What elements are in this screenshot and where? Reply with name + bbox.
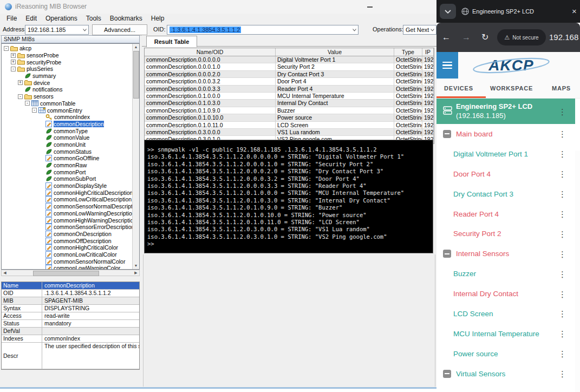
tree-node[interactable]: notifications bbox=[2, 86, 133, 93]
menu-item[interactable]: Help bbox=[147, 14, 169, 24]
tree-node[interactable]: commonUnit bbox=[2, 141, 133, 148]
tree-node[interactable]: - commonEntry bbox=[2, 107, 133, 114]
tree-node[interactable]: - sensors bbox=[2, 93, 133, 100]
sensor-row[interactable]: Buzzer ⋮ bbox=[436, 264, 575, 284]
sensor-menu-kebab-icon[interactable]: ⋮ bbox=[558, 290, 566, 298]
device-menu-kebab-icon[interactable]: ⋮ bbox=[558, 107, 566, 115]
security-chip[interactable]: ⚠ Not secure bbox=[497, 29, 546, 45]
operations-combo[interactable]: Get Next bbox=[403, 25, 436, 35]
tab-close-icon[interactable]: × bbox=[572, 0, 577, 23]
tree-expand-toggle[interactable]: - bbox=[11, 67, 16, 71]
snmpwalk-terminal[interactable]: >> snmpwalk -v1 -c public 192.168.1.185 … bbox=[144, 140, 433, 253]
result-row[interactable]: commonDescription.0.1.0.9.0 Buzzer Octet… bbox=[145, 107, 434, 114]
sensor-row[interactable]: Internal Dry Contact ⋮ bbox=[436, 284, 575, 304]
tree-node[interactable]: + sensorProbe bbox=[2, 52, 133, 59]
sensor-menu-kebab-icon[interactable]: ⋮ bbox=[558, 330, 566, 338]
sensor-row[interactable]: Dry Contact Port 3 ⋮ bbox=[436, 184, 575, 204]
scroll-up-arrow[interactable]: ▲ bbox=[133, 44, 139, 50]
sensor-menu-kebab-icon[interactable]: ⋮ bbox=[558, 370, 566, 378]
sensor-menu-kebab-icon[interactable]: ⋮ bbox=[558, 250, 566, 258]
address-combo[interactable]: 192.168.1.185 bbox=[25, 25, 89, 35]
tree-node[interactable]: commonLowWarningDescription bbox=[2, 210, 133, 217]
menu-item[interactable]: Tools bbox=[82, 14, 106, 24]
tree-node[interactable]: - commonTable bbox=[2, 100, 133, 107]
tree-expand-toggle[interactable]: + bbox=[18, 80, 23, 85]
sensor-menu-kebab-icon[interactable]: ⋮ bbox=[558, 350, 566, 358]
collapse-minus-icon[interactable] bbox=[443, 250, 451, 258]
tree-node[interactable]: + device bbox=[2, 79, 133, 86]
tree-node[interactable]: + securityProbe bbox=[2, 58, 133, 66]
tree-node[interactable]: commonLowWarningColor bbox=[2, 265, 133, 269]
tree-node[interactable]: commonHighCriticalColor bbox=[2, 244, 133, 251]
sensor-row[interactable]: LCD Screen ⋮ bbox=[436, 304, 575, 324]
tree-node[interactable]: commonPort bbox=[2, 168, 133, 175]
result-row[interactable]: commonDescription.0.1.0.10.0 Power sourc… bbox=[145, 114, 434, 121]
tree-node[interactable]: - plusSeries bbox=[2, 66, 133, 73]
tree-node[interactable]: commonGoOffline bbox=[2, 155, 133, 162]
page-scrollbar-track[interactable] bbox=[575, 151, 580, 392]
sensor-menu-kebab-icon[interactable]: ⋮ bbox=[558, 170, 566, 178]
hamburger-menu-button[interactable] bbox=[436, 52, 458, 79]
tree-node[interactable]: commonSensorNormalColor bbox=[2, 258, 133, 265]
selected-device-banner[interactable]: Engineering SP2+ LCD (192.168.1.185) ⋮ bbox=[436, 99, 575, 124]
result-row[interactable]: commonDescription.0.1.0.3.0 Internal Dry… bbox=[145, 100, 434, 107]
tree-node[interactable]: commonRaw bbox=[2, 162, 133, 169]
menu-item[interactable]: Bookmarks bbox=[106, 14, 147, 24]
result-row[interactable]: commonDescription.0.0.0.3.3 Reader Port … bbox=[145, 86, 434, 93]
tree-node[interactable]: - akcp bbox=[2, 45, 133, 52]
result-table-tab[interactable]: Result Table bbox=[146, 36, 197, 47]
tree-node[interactable]: commonSensorErrorDescription bbox=[2, 224, 133, 231]
sensor-menu-kebab-icon[interactable]: ⋮ bbox=[558, 150, 566, 158]
tree-node[interactable]: commonStatus bbox=[2, 148, 133, 155]
address-bar-url[interactable]: 192.168 bbox=[549, 23, 578, 52]
forward-button[interactable]: → bbox=[462, 23, 471, 52]
reload-button[interactable]: ↻ bbox=[481, 23, 488, 52]
result-row[interactable]: commonDescription.0.0.0.2.0 Dry Contact … bbox=[145, 71, 434, 78]
tree-expand-toggle[interactable]: - bbox=[32, 108, 37, 113]
result-row[interactable]: commonDescription.0.1.0.0.0 MCU Internal… bbox=[145, 93, 434, 100]
column-header-ip[interactable]: IP bbox=[422, 48, 434, 56]
result-row[interactable]: commonDescription.0.0.0.1.0 Security Por… bbox=[145, 63, 434, 70]
tree-node[interactable]: commonHighCriticalDescription bbox=[2, 189, 133, 196]
tree-expand-toggle[interactable]: - bbox=[4, 46, 9, 51]
tab-switcher-button[interactable] bbox=[440, 4, 456, 19]
tree-node[interactable]: commonHighWarningDescription bbox=[2, 217, 133, 224]
tree-vertical-scrollbar[interactable]: ▲ ▼ bbox=[132, 44, 139, 269]
collapse-minus-icon[interactable] bbox=[443, 130, 451, 138]
sensor-row[interactable]: Reader Port 4 ⋮ bbox=[436, 204, 575, 224]
tree-node[interactable]: commonOffDescription bbox=[2, 237, 133, 244]
menu-item[interactable]: File bbox=[2, 14, 21, 24]
tab-devices[interactable]: DEVICES bbox=[444, 79, 473, 98]
tree-node[interactable]: commonValue bbox=[2, 134, 133, 141]
tree-node[interactable]: commonLowCriticalDescription bbox=[2, 196, 133, 203]
advanced-button[interactable]: Advanced... bbox=[92, 24, 147, 35]
column-header-name-oid[interactable]: Name/OID bbox=[145, 48, 276, 56]
tab-maps[interactable]: MAPS bbox=[552, 79, 571, 98]
tree-node[interactable]: summary bbox=[2, 73, 133, 80]
tab-workspace[interactable]: WORKSPACE bbox=[490, 79, 533, 98]
sensor-menu-kebab-icon[interactable]: ⋮ bbox=[558, 310, 566, 318]
sensor-row[interactable]: Virtual Sensors ⋮ bbox=[436, 364, 575, 384]
tree-expand-toggle[interactable]: + bbox=[11, 60, 16, 64]
minimize-button[interactable] bbox=[367, 6, 373, 8]
sensor-row[interactable]: MCU Internal Temperature ⋮ bbox=[436, 324, 575, 344]
column-header-type[interactable]: Type bbox=[394, 48, 422, 56]
tree-node[interactable]: commonIndex bbox=[2, 114, 133, 121]
scroll-right-arrow[interactable]: ▶ bbox=[133, 270, 139, 276]
tree-node[interactable]: commonOnDescription bbox=[2, 231, 133, 238]
oid-combo[interactable]: .1.3.6.1.4.1.3854.3.5.1.1.2 bbox=[167, 25, 359, 35]
back-button[interactable]: ← bbox=[442, 23, 451, 52]
tree-node[interactable]: commonDisplayStyle bbox=[2, 182, 133, 190]
tree-expand-toggle[interactable]: - bbox=[25, 101, 30, 106]
sensor-menu-kebab-icon[interactable]: ⋮ bbox=[558, 190, 566, 198]
menu-item[interactable]: Operations bbox=[41, 14, 82, 24]
tree-expand-toggle[interactable]: - bbox=[18, 94, 23, 99]
sensor-menu-kebab-icon[interactable]: ⋮ bbox=[558, 210, 566, 218]
sensor-row[interactable]: Internal Sensors ⋮ bbox=[436, 244, 575, 264]
scroll-left-arrow[interactable]: ◀ bbox=[2, 270, 8, 276]
tree-node[interactable]: commonSensorNormalDescription bbox=[2, 203, 133, 210]
scrollbar-thumb[interactable] bbox=[33, 271, 99, 276]
tree-node[interactable]: commonLowCriticalColor bbox=[2, 251, 133, 258]
browser-tab-title[interactable]: Engineering SP2+ LCD bbox=[472, 0, 534, 23]
sensor-row[interactable]: Main board ⋮ bbox=[436, 124, 575, 144]
